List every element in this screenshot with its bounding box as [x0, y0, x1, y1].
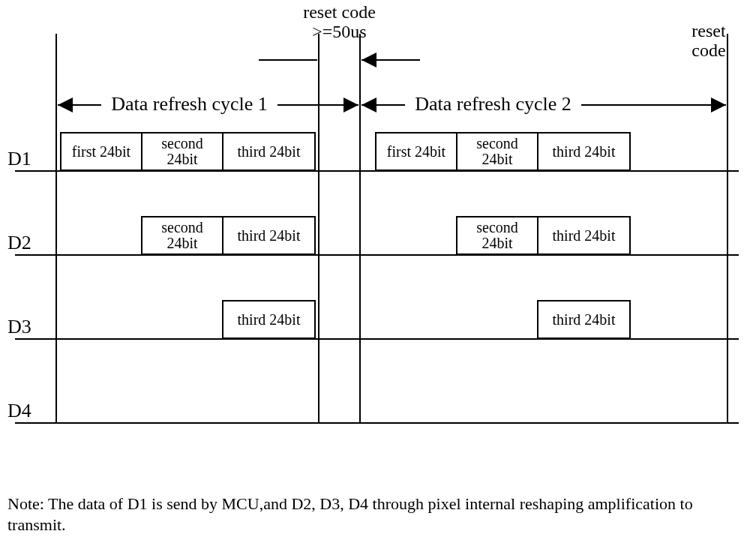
reset-code-right-label: reset code	[671, 21, 746, 61]
reset-code-right-line1: reset	[692, 21, 725, 40]
row-label-D1: D1	[8, 148, 32, 170]
d2-c1-second: second 24bit	[141, 216, 224, 255]
d1-c1-first: first 24bit	[60, 132, 142, 171]
cell-first-24bit: first 24bit	[62, 143, 141, 160]
reset-code-top-line2: >=50us	[312, 22, 366, 41]
row-label-D3: D3	[8, 316, 32, 338]
cell-third-24bit: third 24bit	[538, 227, 629, 244]
note-line2: transmit.	[8, 516, 66, 534]
d1-c2-first: first 24bit	[375, 132, 458, 171]
note-line1: Note: The data of D1 is send by MCU,and …	[8, 495, 693, 513]
diagram-wires	[0, 0, 756, 543]
d2-c1-third: third 24bit	[222, 216, 316, 255]
cell-third-24bit: third 24bit	[224, 311, 314, 328]
cell-third-24bit: third 24bit	[538, 311, 629, 328]
d1-c1-third: third 24bit	[222, 132, 316, 171]
row-label-D2: D2	[8, 232, 32, 254]
cell-second-24bit: second 24bit	[142, 136, 222, 167]
reset-code-top-label: reset code >=50us	[262, 2, 416, 42]
reset-code-right-line2: code	[692, 40, 725, 60]
reset-code-top-line1: reset code	[303, 2, 376, 22]
cell-third-24bit: third 24bit	[224, 227, 314, 244]
cell-third-24bit: third 24bit	[224, 143, 314, 160]
d1-c1-second: second 24bit	[141, 132, 224, 171]
cell-third-24bit: third 24bit	[538, 143, 629, 160]
refresh-cycle-1-label: Data refresh cycle 1	[90, 94, 289, 116]
cell-second-24bit: second 24bit	[458, 136, 537, 167]
d1-c2-third: third 24bit	[537, 132, 631, 171]
d2-c2-second: second 24bit	[456, 216, 538, 255]
timing-diagram: reset code >=50us reset code Data refres…	[0, 0, 756, 543]
cell-first-24bit: first 24bit	[376, 143, 456, 160]
cell-second-24bit: second 24bit	[458, 220, 537, 251]
d3-c1-third: third 24bit	[222, 300, 316, 339]
d2-c2-third: third 24bit	[537, 216, 631, 255]
row-label-D4: D4	[8, 400, 32, 422]
d3-c2-third: third 24bit	[537, 300, 631, 339]
refresh-cycle-2-label: Data refresh cycle 2	[394, 94, 592, 116]
d1-c2-second: second 24bit	[456, 132, 538, 171]
cell-second-24bit: second 24bit	[142, 220, 222, 251]
